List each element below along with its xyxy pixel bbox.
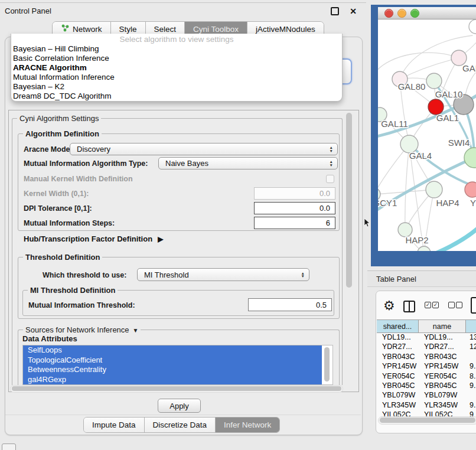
- list-scrollbar[interactable]: [324, 347, 330, 381]
- cell: YBR043C: [377, 352, 419, 361]
- table-body: YDL19...YDL19...13YDR27...YDR27...12YBR0…: [377, 332, 476, 420]
- data-attributes-list[interactable]: SelfLoopsTopologicalCoefficientBetweenne…: [22, 345, 333, 385]
- control-panel-titlebar: Control Panel: [0, 2, 366, 19]
- node-label-gal4: GAL4: [409, 151, 432, 161]
- column-header-name[interactable]: name: [419, 320, 466, 332]
- tab-impute-data[interactable]: Impute Data: [84, 418, 145, 432]
- cell: YBL079W: [419, 390, 466, 400]
- split-columns-icon[interactable]: [403, 301, 415, 312]
- tab-label: Discretize Data: [153, 420, 207, 429]
- mi-steps-field[interactable]: 6: [254, 217, 335, 229]
- cell: YDL19...: [377, 332, 419, 342]
- mi-threshold-field[interactable]: 0.5: [248, 298, 332, 311]
- settings-vertical-scrollbar[interactable]: [346, 113, 352, 288]
- table-row[interactable]: YLR345WYLR345W9.: [377, 400, 476, 410]
- cell: YBL079W: [377, 390, 419, 400]
- cell: YDR27...: [419, 342, 466, 351]
- algorithm-option-bayesian-hill-climbing[interactable]: Bayesian – Hill Climbing: [11, 44, 342, 54]
- selected-value: Discovery: [77, 145, 110, 154]
- apply-button[interactable]: Apply: [158, 399, 201, 413]
- network-node[interactable]: [464, 148, 476, 168]
- stepper-arrows-icon: [330, 160, 337, 167]
- which-threshold-label: Which threshold to use:: [43, 271, 126, 279]
- node-label-y: Y: [470, 198, 476, 208]
- stepper-arrows-icon: [330, 146, 337, 152]
- node-label-swi4: SWI4: [448, 138, 470, 148]
- node-label-hap2: HAP2: [405, 235, 428, 245]
- which-threshold-select[interactable]: MI Threshold: [137, 268, 309, 281]
- table-row[interactable]: YER054CYER054C8.: [377, 371, 476, 381]
- column-header-shared[interactable]: shared...: [377, 320, 419, 332]
- table-row[interactable]: YDL19...YDL19...13: [377, 332, 476, 342]
- table-row[interactable]: YBL079WYBL079W: [377, 390, 476, 400]
- algorithm-option-basic-correlation-inference[interactable]: Basic Correlation Inference: [11, 54, 342, 63]
- checked-box-icon[interactable]: [425, 302, 431, 308]
- algorithm-option-mutual-information-inference[interactable]: Mutual Information Inference: [11, 73, 342, 82]
- page-icon[interactable]: [471, 297, 476, 314]
- cell: [466, 390, 476, 400]
- tab-label: jActiveMNodules: [256, 25, 315, 34]
- mi-threshold-label: Mutual Information Threshold:: [28, 301, 135, 309]
- unchecked-box-icon[interactable]: [448, 302, 455, 308]
- table-row[interactable]: YBR045CYBR045C9.: [377, 381, 476, 390]
- network-node[interactable]: [469, 19, 476, 34]
- network-window-titlebar[interactable]: [378, 7, 476, 19]
- cell: YER054C: [419, 371, 466, 381]
- data-attributes-label: Data Attributes: [22, 334, 77, 343]
- gear-icon[interactable]: [383, 298, 395, 314]
- aracne-mode-select[interactable]: Discovery: [70, 143, 338, 155]
- dpi-tolerance-field[interactable]: 0.0: [254, 202, 335, 214]
- table-header: shared...nameA: [377, 319, 476, 333]
- table-row[interactable]: YPR145WYPR145W9.: [377, 361, 476, 371]
- attribute-item-betweennesscentrality[interactable]: BetweennessCentrality: [23, 365, 322, 375]
- algorithm-option-aracne-algorithm[interactable]: ARACNE Algorithm: [11, 63, 342, 73]
- app-root: Control Panel NetworkStyleSelectCyni Too…: [0, 0, 476, 450]
- attribute-item-topologicalcoefficient[interactable]: TopologicalCoefficient: [23, 356, 322, 366]
- unchecked-box-icon[interactable]: [456, 302, 462, 308]
- group-title: MI Threshold Definition: [28, 286, 118, 295]
- network-node[interactable]: [465, 182, 476, 197]
- hub-expander[interactable]: Hub/Transcription Factor Definition: [24, 234, 163, 243]
- cell: 8.: [466, 371, 476, 381]
- algorithm-option-bayesian-k2[interactable]: Bayesian – K2: [11, 82, 342, 92]
- table-horizontal-scrollbar[interactable]: [378, 416, 476, 425]
- column-header-a[interactable]: A: [466, 320, 476, 332]
- network-node[interactable]: [418, 246, 431, 251]
- cell: YBR045C: [419, 381, 466, 390]
- network-node[interactable]: [426, 181, 442, 198]
- node-label-hap4: HAP4: [436, 198, 459, 208]
- table-row[interactable]: YDR27...YDR27...12: [377, 342, 476, 351]
- tab-discretize-data[interactable]: Discretize Data: [145, 418, 216, 432]
- close-panel-icon[interactable]: [350, 7, 357, 15]
- zoom-button[interactable]: [410, 9, 419, 18]
- minimize-button[interactable]: [397, 9, 406, 18]
- close-button[interactable]: [384, 9, 393, 18]
- float-panel-icon[interactable]: [331, 7, 339, 15]
- scrollbar-thumb[interactable]: [12, 386, 341, 391]
- attribute-item-selfloops[interactable]: SelfLoops: [23, 345, 322, 356]
- network-view[interactable]: GALGAL80GAL10GAL1GAL11SWI4GAL4GCY1HAP4YH…: [378, 19, 476, 251]
- checked-box-icon[interactable]: [432, 302, 439, 308]
- corner-button[interactable]: [2, 444, 16, 450]
- table-panel-titlebar: Table Panel: [367, 270, 476, 287]
- network-edge: [430, 227, 476, 251]
- tab-label: Network: [73, 25, 102, 34]
- attribute-item-gal4rgexp[interactable]: gal4RGexp: [23, 375, 322, 385]
- settings-horizontal-scrollbar[interactable]: [10, 385, 343, 393]
- network-node[interactable]: [426, 73, 442, 89]
- manual-kernel-checkbox[interactable]: [326, 175, 334, 183]
- tab-label: Style: [119, 25, 137, 34]
- table-row[interactable]: YBR043CYBR043C: [377, 352, 476, 361]
- panel-title: Control Panel: [5, 6, 320, 15]
- scrollbar-thumb[interactable]: [380, 418, 475, 423]
- cell: 9.: [466, 361, 476, 371]
- collapse-triangle-icon[interactable]: [133, 325, 139, 334]
- algorithm-option-dream8-dc-tdc-algorithm[interactable]: Dream8 DC_TDC Algorithm: [11, 92, 342, 101]
- group-title: Threshold Definition: [23, 253, 102, 262]
- expand-triangle-icon: [158, 234, 163, 243]
- mi-type-select[interactable]: Naive Bayes: [158, 157, 338, 169]
- tab-infer-network[interactable]: Infer Network: [216, 418, 279, 432]
- cell: 12: [466, 342, 476, 351]
- kernel-width-field[interactable]: 0.0: [254, 187, 335, 200]
- group-title: Cyni Algorithm Settings: [17, 114, 101, 123]
